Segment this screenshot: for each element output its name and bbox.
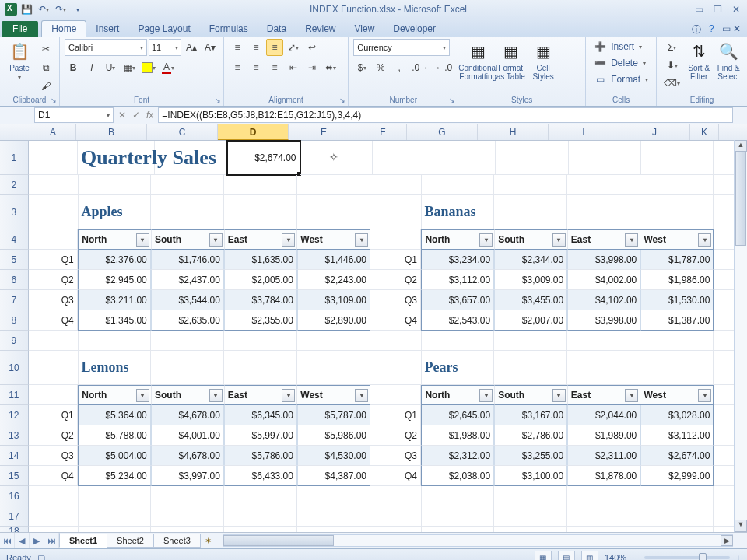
- cell[interactable]: $1,635.00: [224, 250, 297, 270]
- cell[interactable]: [370, 195, 422, 229]
- normal-view-icon[interactable]: ▦: [535, 551, 552, 560]
- minimize-ribbon-icon[interactable]: ⓘ: [692, 23, 701, 37]
- number-launcher-icon[interactable]: ↘: [449, 96, 455, 104]
- cell[interactable]: East▾: [568, 385, 641, 405]
- col-head-i[interactable]: I: [549, 124, 619, 140]
- cell[interactable]: [370, 527, 422, 532]
- cell[interactable]: $2,674.00: [640, 446, 714, 466]
- percent-icon[interactable]: %: [372, 59, 389, 76]
- cell[interactable]: [373, 141, 423, 175]
- italic-button[interactable]: I: [83, 59, 100, 76]
- fx-icon[interactable]: fx: [146, 110, 153, 121]
- cell[interactable]: [29, 486, 79, 506]
- decrease-indent-icon[interactable]: ⇤: [285, 59, 302, 76]
- cell[interactable]: [494, 351, 567, 385]
- cell[interactable]: $5,364.00: [78, 405, 151, 425]
- cell[interactable]: [567, 351, 640, 385]
- tab-page-layout[interactable]: Page Layout: [128, 21, 199, 37]
- cell[interactable]: East▾: [568, 229, 641, 250]
- filter-icon[interactable]: ▾: [552, 233, 566, 247]
- cell[interactable]: [422, 506, 495, 527]
- cell[interactable]: $2,312.00: [421, 446, 494, 466]
- cell[interactable]: $3,009.00: [494, 270, 567, 290]
- cell[interactable]: South▾: [152, 229, 225, 250]
- increase-indent-icon[interactable]: ⇥: [303, 59, 321, 76]
- cell[interactable]: $4,001.00: [151, 425, 224, 446]
- cell[interactable]: $5,788.00: [78, 425, 151, 446]
- row-head[interactable]: 4: [0, 229, 29, 250]
- orientation-icon[interactable]: ⤢▾: [285, 39, 302, 56]
- sheet-tab-sheet1[interactable]: Sheet1: [59, 534, 107, 548]
- decrease-decimal-icon[interactable]: ←.0: [433, 59, 454, 76]
- undo-icon[interactable]: ↶▾: [37, 3, 50, 16]
- format-as-table-button[interactable]: ▦Format as Table: [496, 39, 525, 92]
- cell[interactable]: Q4: [29, 310, 78, 331]
- cell[interactable]: $3,255.00: [494, 446, 567, 466]
- filter-icon[interactable]: ▾: [625, 233, 638, 247]
- format-cells-button[interactable]: ▭Format▾: [591, 72, 651, 87]
- cell[interactable]: $1,989.00: [567, 425, 640, 446]
- cell[interactable]: [151, 506, 224, 527]
- cell[interactable]: Pears: [422, 351, 495, 385]
- cell[interactable]: [640, 486, 714, 506]
- tab-view[interactable]: View: [345, 21, 384, 37]
- zoom-level[interactable]: 140%: [605, 553, 626, 560]
- minimize-icon[interactable]: ▭: [693, 4, 705, 15]
- enter-formula-icon[interactable]: ✓: [132, 110, 140, 121]
- cell[interactable]: [370, 331, 422, 351]
- cell[interactable]: Quarterly Sales: [78, 141, 155, 175]
- cell[interactable]: $2,311.00: [567, 446, 640, 466]
- col-head-k[interactable]: K: [690, 124, 719, 140]
- col-head-a[interactable]: A: [30, 124, 76, 140]
- cut-icon[interactable]: ✂: [37, 40, 54, 58]
- row-head[interactable]: 18: [0, 527, 29, 532]
- cell[interactable]: $2,945.00: [78, 270, 151, 290]
- cell[interactable]: Q1: [370, 405, 421, 425]
- cell[interactable]: Q1: [29, 405, 78, 425]
- tab-file[interactable]: File: [2, 21, 38, 37]
- col-head-h[interactable]: H: [478, 124, 549, 140]
- cell[interactable]: $2,044.00: [567, 405, 640, 425]
- cell[interactable]: $2,635.00: [151, 310, 224, 331]
- cell[interactable]: $2,890.00: [297, 310, 370, 331]
- filter-icon[interactable]: ▾: [282, 233, 295, 247]
- cell[interactable]: [151, 195, 224, 229]
- cell[interactable]: [494, 175, 567, 195]
- cell[interactable]: [29, 527, 79, 532]
- cell[interactable]: [640, 351, 714, 385]
- wrap-text-button[interactable]: ↩: [303, 39, 321, 56]
- cell[interactable]: [494, 527, 567, 532]
- cell[interactable]: North▾: [78, 229, 152, 250]
- row-head[interactable]: 11: [0, 385, 29, 405]
- align-center-icon[interactable]: ≡: [247, 59, 265, 76]
- cell[interactable]: [640, 527, 714, 532]
- cell[interactable]: North▾: [78, 385, 152, 405]
- help-icon[interactable]: ?: [709, 23, 714, 37]
- filter-icon[interactable]: ▾: [355, 389, 368, 402]
- cell[interactable]: [297, 486, 370, 506]
- cell[interactable]: $1,746.00: [151, 250, 224, 270]
- sheet-tab-sheet2[interactable]: Sheet2: [107, 534, 154, 548]
- cell[interactable]: [29, 331, 79, 351]
- cell[interactable]: $2,007.00: [494, 310, 567, 331]
- cell[interactable]: $1,387.00: [640, 310, 714, 331]
- font-color-button[interactable]: A▾: [160, 59, 177, 76]
- cell[interactable]: $2,543.00: [421, 310, 494, 331]
- insert-cells-button[interactable]: ➕Insert▾: [591, 39, 651, 54]
- cell[interactable]: $2,786.00: [494, 425, 567, 446]
- font-name-select[interactable]: Calibri▾: [65, 39, 147, 56]
- sheet-nav-next-icon[interactable]: ▶: [30, 533, 44, 548]
- cell[interactable]: [224, 331, 297, 351]
- cell[interactable]: Q4: [29, 466, 78, 486]
- cell[interactable]: $2,999.00: [640, 466, 714, 486]
- row-head[interactable]: 1: [0, 141, 29, 175]
- cell[interactable]: $5,997.00: [224, 425, 297, 446]
- tab-home[interactable]: Home: [41, 20, 86, 37]
- cell-styles-button[interactable]: ▦Cell Styles: [528, 39, 558, 92]
- cell[interactable]: [370, 229, 421, 250]
- cell[interactable]: [370, 506, 422, 527]
- cell[interactable]: $4,678.00: [151, 446, 224, 466]
- cell[interactable]: $2,376.00: [78, 250, 151, 270]
- worksheet-grid[interactable]: A B C D E F G H I J K 1Quarterly Sales$2…: [0, 124, 747, 532]
- cell[interactable]: [567, 195, 640, 229]
